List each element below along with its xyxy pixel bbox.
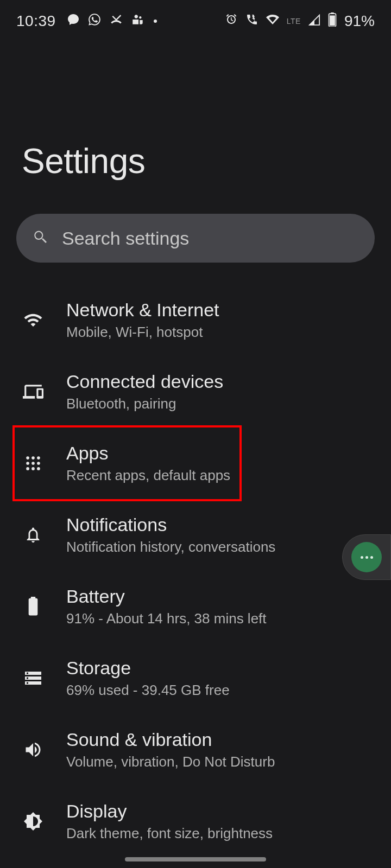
setting-subtitle: 69% used - 39.45 GB free — [66, 682, 230, 699]
search-bar[interactable]: Search settings — [16, 214, 375, 263]
setting-title: Sound & vibration — [66, 729, 275, 750]
svg-point-11 — [37, 467, 40, 470]
status-bar: 10:39 LTE 91% — [0, 0, 391, 33]
svg-rect-13 — [29, 598, 38, 616]
nav-handle[interactable] — [125, 857, 266, 861]
setting-item-display[interactable]: Display Dark theme, font size, brightnes… — [0, 786, 391, 857]
setting-title: Connected devices — [66, 371, 223, 392]
setting-item-battery[interactable]: Battery 91% - About 14 hrs, 38 mins left — [0, 571, 391, 642]
setting-title: Battery — [66, 586, 267, 607]
search-placeholder: Search settings — [62, 228, 189, 249]
svg-point-5 — [37, 456, 40, 459]
wifi-calling-icon — [245, 12, 258, 30]
assistant-fab[interactable] — [342, 534, 391, 580]
lte-label: LTE — [287, 17, 301, 25]
status-time: 10:39 — [16, 12, 56, 30]
svg-point-3 — [26, 456, 29, 459]
battery-percent: 91% — [344, 12, 375, 30]
setting-text: Battery 91% - About 14 hrs, 38 mins left — [66, 586, 267, 627]
setting-subtitle: Bluetooth, pairing — [66, 395, 223, 412]
setting-item-storage[interactable]: Storage 69% used - 39.45 GB free — [0, 642, 391, 714]
setting-title: Display — [66, 801, 273, 822]
setting-item-network[interactable]: Network & Internet Mobile, Wi-Fi, hotspo… — [0, 284, 391, 356]
storage-icon — [22, 667, 45, 690]
settings-list: Network & Internet Mobile, Wi-Fi, hotspo… — [0, 263, 391, 857]
setting-text: Display Dark theme, font size, brightnes… — [66, 801, 273, 842]
whatsapp-icon — [87, 12, 102, 30]
svg-point-9 — [26, 467, 29, 470]
devices-icon — [22, 380, 45, 403]
setting-item-connected-devices[interactable]: Connected devices Bluetooth, pairing — [0, 356, 391, 427]
setting-title: Storage — [66, 658, 230, 679]
setting-text: Storage 69% used - 39.45 GB free — [66, 658, 230, 699]
status-left: 10:39 — [16, 12, 157, 30]
setting-subtitle: Mobile, Wi-Fi, hotspot — [66, 324, 219, 341]
setting-text: Apps Recent apps, default apps — [66, 443, 230, 484]
bell-icon — [22, 524, 45, 546]
page-title: Settings — [0, 33, 391, 214]
sound-icon — [22, 738, 45, 761]
svg-point-8 — [37, 462, 40, 465]
setting-subtitle: Notification history, conversations — [66, 539, 275, 556]
chat-icon — [67, 12, 80, 30]
setting-title: Network & Internet — [66, 299, 219, 321]
setting-item-sound[interactable]: Sound & vibration Volume, vibration, Do … — [0, 714, 391, 786]
missed-call-icon — [109, 12, 123, 30]
setting-item-apps[interactable]: Apps Recent apps, default apps — [0, 427, 391, 499]
signal-icon — [308, 12, 320, 30]
more-icon — [351, 542, 382, 572]
svg-rect-2 — [330, 15, 335, 25]
setting-subtitle: 91% - About 14 hrs, 38 mins left — [66, 610, 267, 627]
wifi-icon — [266, 12, 279, 30]
setting-subtitle: Dark theme, font size, brightness — [66, 825, 273, 842]
svg-point-10 — [31, 467, 35, 470]
setting-text: Notifications Notification history, conv… — [66, 514, 275, 556]
more-notifications-dot — [154, 20, 157, 23]
svg-point-7 — [31, 462, 35, 465]
alarm-icon — [225, 12, 238, 30]
wifi-icon — [22, 309, 45, 331]
setting-text: Connected devices Bluetooth, pairing — [66, 371, 223, 412]
apps-icon — [22, 452, 45, 475]
setting-title: Apps — [66, 443, 230, 464]
setting-title: Notifications — [66, 514, 275, 535]
setting-text: Sound & vibration Volume, vibration, Do … — [66, 729, 275, 770]
setting-item-notifications[interactable]: Notifications Notification history, conv… — [0, 499, 391, 571]
svg-point-6 — [26, 462, 29, 465]
setting-subtitle: Volume, vibration, Do Not Disturb — [66, 754, 275, 770]
status-right: LTE 91% — [225, 12, 375, 30]
brightness-icon — [22, 810, 45, 833]
svg-point-4 — [31, 456, 35, 459]
teams-icon — [131, 12, 145, 30]
battery-icon — [22, 595, 45, 618]
search-icon — [31, 228, 49, 248]
battery-icon — [328, 12, 337, 30]
setting-text: Network & Internet Mobile, Wi-Fi, hotspo… — [66, 299, 219, 341]
setting-subtitle: Recent apps, default apps — [66, 467, 230, 484]
